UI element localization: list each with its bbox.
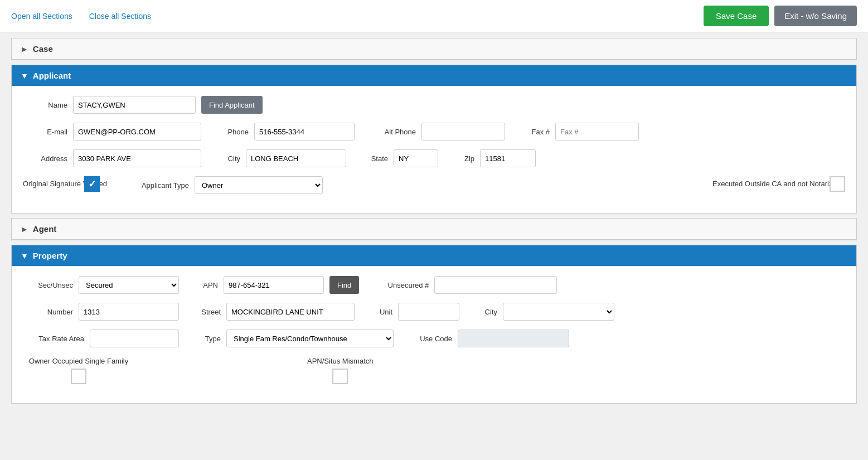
original-sig-checkbox[interactable]: ✓: [84, 176, 100, 192]
number-input[interactable]: [79, 303, 179, 321]
state-input[interactable]: [394, 149, 438, 167]
name-label: Name: [23, 101, 67, 109]
agent-section-label: Agent: [33, 224, 57, 234]
owner-occupied-label: Owner Occupied Single Family: [29, 356, 128, 366]
owner-occupied-checkbox[interactable]: [71, 369, 86, 384]
applicant-misc-row: Original Signature Verified ✓ Applicant …: [23, 176, 845, 194]
sec-unsec-select[interactable]: Secured Unsecured: [79, 276, 179, 294]
case-chevron-right-icon: ►: [21, 45, 28, 54]
save-case-button[interactable]: Save Case: [704, 6, 769, 26]
apn-find-button[interactable]: Find: [329, 276, 359, 294]
street-input[interactable]: [226, 303, 355, 321]
property-section-body: Sec/Unsec Secured Unsecured APN Find Uns…: [12, 266, 856, 403]
applicant-section-label: Applicant: [33, 71, 71, 80]
tax-rate-area-input[interactable]: [90, 330, 179, 347]
property-apn-row: Sec/Unsec Secured Unsecured APN Find Uns…: [23, 276, 845, 294]
case-section: ► Case: [11, 38, 857, 60]
property-type-select[interactable]: Single Fam Res/Condo/Townhouse Commercia…: [226, 330, 394, 347]
property-section-label: Property: [33, 251, 67, 260]
executed-outside-checkbox[interactable]: [830, 176, 845, 192]
street-label: Street: [196, 308, 221, 316]
agent-section: ► Agent: [11, 218, 857, 240]
fax-input[interactable]: [555, 123, 639, 141]
applicant-address-row: Address City State Zip: [23, 149, 845, 167]
phone-label: Phone: [218, 128, 249, 136]
agent-chevron-right-icon: ►: [21, 225, 28, 234]
use-code-label: Use Code: [410, 335, 452, 343]
agent-section-header[interactable]: ► Agent: [12, 219, 856, 240]
fax-label: Fax #: [522, 128, 550, 136]
applicant-type-select[interactable]: Owner Agent Other: [195, 176, 323, 194]
main-content: ► Case ▼ Applicant Name Find Applicant E…: [0, 32, 868, 414]
apn-situs-mismatch-checkbox[interactable]: [332, 369, 348, 384]
sec-unsec-label: Sec/Unsec: [23, 281, 73, 289]
city-input[interactable]: [246, 149, 346, 167]
property-section-header[interactable]: ▼ Property: [12, 245, 856, 266]
property-type-row: Tax Rate Area Type Single Fam Res/Condo/…: [23, 330, 845, 347]
name-input[interactable]: [73, 96, 196, 114]
email-input[interactable]: [73, 123, 201, 141]
executed-outside-label: Executed Outside CA and not Notarized: [712, 180, 824, 189]
alt-phone-input[interactable]: [421, 123, 505, 141]
zip-label: Zip: [455, 154, 474, 163]
tax-rate-area-label: Tax Rate Area: [23, 335, 84, 343]
property-section: ▼ Property Sec/Unsec Secured Unsecured A…: [11, 245, 857, 404]
state-label: State: [363, 154, 388, 163]
applicant-type-label: Applicant Type: [128, 181, 189, 190]
applicant-name-row: Name Find Applicant: [23, 96, 845, 114]
unsecured-label: Unsecured #: [376, 281, 429, 289]
address-input[interactable]: [73, 149, 201, 167]
email-label: E-mail: [23, 128, 67, 136]
apn-input[interactable]: [224, 276, 324, 294]
applicant-section: ▼ Applicant Name Find Applicant E-mail P…: [11, 65, 857, 214]
address-label: Address: [23, 154, 67, 163]
property-chevron-down-icon: ▼: [21, 251, 28, 260]
number-label: Number: [23, 308, 73, 316]
type-label: Type: [196, 335, 221, 343]
apn-label: APN: [196, 281, 218, 289]
applicant-contact-row: E-mail Phone Alt Phone Fax #: [23, 123, 845, 141]
exit-without-saving-button[interactable]: Exit - w/o Saving: [774, 6, 857, 26]
property-owner-row: Owner Occupied Single Family APN/Situs M…: [23, 356, 845, 384]
use-code-input: [458, 330, 569, 347]
property-city-label: City: [476, 308, 497, 316]
unit-label: Unit: [371, 308, 392, 316]
zip-input[interactable]: [480, 149, 536, 167]
original-sig-label: Original Signature Verified: [23, 180, 79, 189]
applicant-chevron-down-icon: ▼: [21, 71, 28, 80]
applicant-section-header[interactable]: ▼ Applicant: [12, 65, 856, 86]
top-bar-buttons: Save Case Exit - w/o Saving: [704, 6, 857, 26]
case-section-label: Case: [33, 44, 53, 54]
open-all-sections-link[interactable]: Open all Sections: [11, 12, 72, 21]
city-label: City: [218, 154, 240, 163]
phone-input[interactable]: [254, 123, 355, 141]
unsecured-input[interactable]: [434, 276, 557, 294]
case-section-header[interactable]: ► Case: [12, 38, 856, 60]
unit-input[interactable]: [398, 303, 459, 321]
top-bar-links: Open all Sections Close all Sections: [11, 12, 704, 21]
alt-phone-label: Alt Phone: [371, 128, 416, 136]
close-all-sections-link[interactable]: Close all Sections: [89, 12, 151, 21]
property-city-select[interactable]: [503, 303, 614, 321]
apn-situs-mismatch-label: APN/Situs Mismatch: [307, 356, 373, 366]
applicant-section-body: Name Find Applicant E-mail Phone Alt Pho…: [12, 86, 856, 213]
top-bar: Open all Sections Close all Sections Sav…: [0, 0, 868, 32]
find-applicant-button[interactable]: Find Applicant: [201, 96, 263, 114]
checkmark-icon: ✓: [88, 178, 96, 190]
property-address-row: Number Street Unit City: [23, 303, 845, 321]
